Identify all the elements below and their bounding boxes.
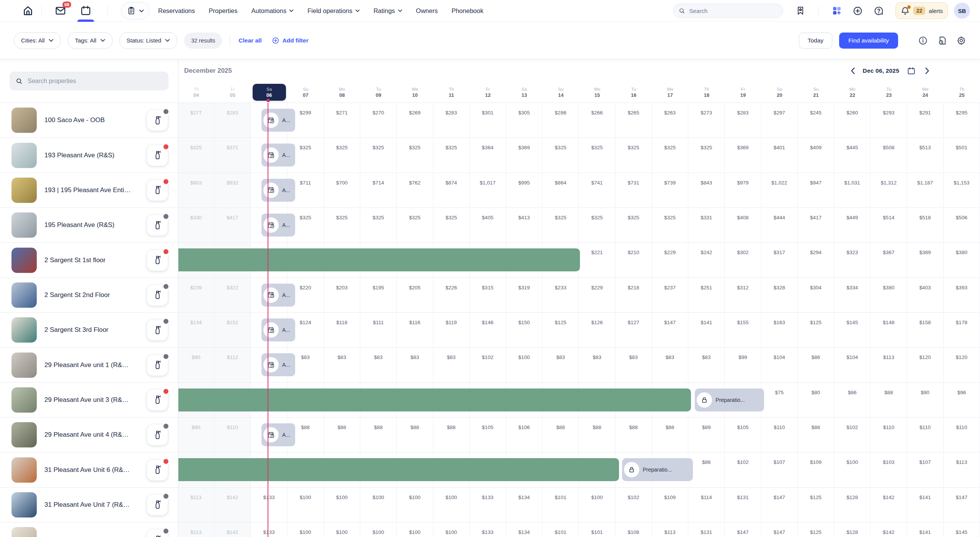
property-row[interactable]: 31 Pleasant Ave Unit 6 (R&…	[0, 452, 178, 487]
price-cell[interactable]: $323	[834, 243, 871, 277]
price-cell[interactable]: $100	[397, 522, 433, 537]
cleaning-status-button[interactable]	[147, 354, 168, 376]
price-cell[interactable]: $1,312	[871, 173, 907, 207]
day-header-21[interactable]: Su21	[798, 82, 834, 103]
price-cell[interactable]: $125	[798, 313, 834, 347]
price-cell[interactable]: $102	[616, 488, 652, 522]
filter-tags[interactable]: Tags: All	[68, 32, 113, 49]
price-cell[interactable]: $369	[725, 138, 761, 172]
day-header-12[interactable]: Fr12	[470, 82, 506, 103]
price-cell[interactable]: $127	[616, 313, 652, 347]
price-cell[interactable]: $325	[433, 208, 470, 242]
price-cell[interactable]: $83	[579, 348, 616, 382]
price-cell[interactable]: $142	[214, 522, 251, 537]
price-cell[interactable]: $325	[579, 208, 616, 242]
price-cell[interactable]: $417	[214, 208, 251, 242]
price-cell[interactable]: $1,022	[761, 173, 798, 207]
price-cell[interactable]: $325	[397, 138, 433, 172]
price-cell[interactable]: $145	[834, 313, 871, 347]
day-header-20[interactable]: Sa20	[761, 82, 798, 103]
price-cell[interactable]: $237	[652, 278, 688, 312]
price-cell[interactable]: $152	[214, 313, 251, 347]
price-cell[interactable]: $266	[579, 103, 616, 137]
price-cell[interactable]: $218	[616, 278, 652, 312]
price-cell[interactable]: $103	[871, 452, 907, 487]
price-cell[interactable]: $75	[761, 383, 798, 417]
price-cell[interactable]: $102	[834, 418, 871, 452]
price-cell[interactable]: $110	[761, 418, 798, 452]
day-header-15[interactable]: Mo15	[579, 82, 616, 103]
property-row[interactable]: 2 Sargent St 3rd Floor	[0, 313, 178, 348]
price-cell[interactable]: $325	[324, 208, 360, 242]
price-cell[interactable]: $88	[397, 418, 433, 452]
price-cell[interactable]: $210	[616, 243, 652, 277]
price-cell[interactable]: $325	[360, 208, 397, 242]
price-cell[interactable]: $106	[506, 418, 542, 452]
price-cell[interactable]: $105	[725, 418, 761, 452]
price-cell[interactable]: $90	[178, 418, 214, 452]
price-cell[interactable]: $408	[725, 208, 761, 242]
price-cell[interactable]: $105	[470, 418, 506, 452]
price-cell[interactable]: $100	[360, 488, 397, 522]
property-row[interactable]: 193 Pleasant Ave (R&S)	[0, 138, 178, 173]
price-cell[interactable]: $283	[214, 103, 251, 137]
property-row[interactable]: 2 Sargent St 2nd Floor	[0, 278, 178, 313]
price-cell[interactable]: $147	[761, 488, 798, 522]
price-cell[interactable]: $86	[688, 452, 725, 487]
price-cell[interactable]: $118	[324, 313, 360, 347]
help-icon[interactable]	[874, 6, 884, 16]
price-cell[interactable]: $104	[761, 348, 798, 382]
cleaning-status-button[interactable]	[147, 529, 168, 537]
day-header-06[interactable]: Sa06	[253, 84, 286, 101]
price-cell[interactable]: $305	[506, 103, 542, 137]
price-cell[interactable]: $518	[907, 208, 944, 242]
price-cell[interactable]: $317	[761, 243, 798, 277]
property-search-input[interactable]	[27, 77, 162, 85]
price-cell[interactable]: $101	[579, 522, 616, 537]
price-cell[interactable]: $245	[798, 103, 834, 137]
price-cell[interactable]: $269	[397, 103, 433, 137]
price-cell[interactable]: $131	[688, 522, 725, 537]
price-cell[interactable]: $134	[178, 313, 214, 347]
price-cell[interactable]: $312	[725, 278, 761, 312]
price-cell[interactable]: $325	[542, 138, 579, 172]
price-cell[interactable]: $413	[506, 208, 542, 242]
price-cell[interactable]: $325	[652, 138, 688, 172]
price-cell[interactable]: $322	[214, 278, 251, 312]
price-cell[interactable]: $501	[944, 138, 980, 172]
price-cell[interactable]: $100	[324, 522, 360, 537]
price-cell[interactable]: $100	[360, 522, 397, 537]
price-cell[interactable]: $265	[616, 103, 652, 137]
cleaning-status-button[interactable]	[147, 214, 168, 236]
property-row[interactable]: 29 Pleasant Ave unit 1 (R&…	[0, 348, 178, 382]
price-cell[interactable]: $141	[907, 488, 944, 522]
property-row[interactable]: 195 Pleasant Ave (R&S)	[0, 208, 178, 243]
price-cell[interactable]: $739	[652, 173, 688, 207]
price-cell[interactable]: $131	[725, 488, 761, 522]
price-cell[interactable]: $86	[834, 383, 871, 417]
cleaning-status-button[interactable]	[147, 109, 168, 131]
property-row[interactable]: 31 Pleasant Ave Unit 8 (R&…	[0, 522, 178, 537]
price-cell[interactable]: $741	[579, 173, 616, 207]
price-cell[interactable]: $380	[871, 278, 907, 312]
price-cell[interactable]: $88	[579, 418, 616, 452]
price-cell[interactable]: $133	[251, 522, 287, 537]
price-cell[interactable]: $88	[433, 418, 470, 452]
price-cell[interactable]: $270	[360, 103, 397, 137]
price-cell[interactable]: $271	[324, 103, 360, 137]
price-cell[interactable]: $251	[688, 278, 725, 312]
cleaning-status-button[interactable]	[147, 180, 168, 201]
price-cell[interactable]: $83	[324, 348, 360, 382]
price-cell[interactable]: $286	[542, 103, 579, 137]
price-cell[interactable]: $126	[579, 313, 616, 347]
price-cell[interactable]: $233	[542, 278, 579, 312]
price-cell[interactable]: $88	[871, 383, 907, 417]
cleaning-status-button[interactable]	[147, 494, 168, 516]
price-cell[interactable]: $874	[433, 173, 470, 207]
day-header-11[interactable]: Th11	[433, 82, 470, 103]
nav-item-owners[interactable]: Owners	[416, 7, 438, 15]
price-cell[interactable]: $83	[616, 348, 652, 382]
price-cell[interactable]: $110	[871, 418, 907, 452]
price-cell[interactable]: $100	[287, 488, 324, 522]
price-cell[interactable]: $133	[470, 488, 506, 522]
